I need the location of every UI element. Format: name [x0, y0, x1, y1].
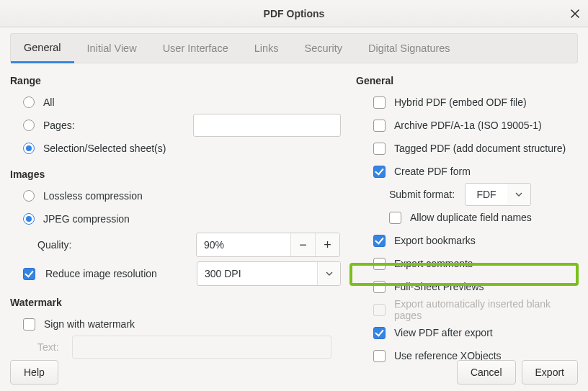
check-fullsheet[interactable] [373, 281, 386, 293]
radio-selection[interactable] [23, 143, 35, 154]
archive-row[interactable]: Archive PDF/A-1a (ISO 19005-1) [356, 114, 578, 137]
range-all-row[interactable]: All [10, 91, 349, 114]
radio-pages[interactable] [23, 120, 35, 131]
check-sign-watermark[interactable] [23, 318, 35, 331]
range-pages-row[interactable]: Pages: [10, 114, 349, 137]
sign-watermark-label: Sign with watermark [44, 318, 135, 330]
range-selection-row[interactable]: Selection/Selected sheet(s) [10, 137, 349, 160]
submit-row: Submit format: FDF [356, 183, 578, 206]
submit-format-combo[interactable]: FDF [465, 183, 531, 206]
cancel-button[interactable]: Cancel [457, 360, 516, 385]
tab-general[interactable]: General [11, 34, 74, 63]
left-column: Range All Pages: Selection/Selected shee… [10, 69, 349, 367]
allow-dup-label: Allow duplicate field names [410, 212, 532, 223]
create-form-label: Create PDF form [394, 166, 471, 177]
bookmarks-label: Export bookmarks [394, 235, 476, 246]
minus-icon[interactable]: − [290, 233, 315, 256]
quality-label: Quality: [37, 239, 189, 251]
plus-icon[interactable]: + [315, 233, 339, 256]
watermark-heading: Watermark [10, 297, 349, 308]
range-all-label: All [43, 96, 55, 108]
hybrid-label: Hybrid PDF (embed ODF file) [394, 96, 527, 108]
jpeg-label: JPEG compression [43, 213, 130, 225]
tagged-label: Tagged PDF (add document structure) [394, 143, 566, 154]
tab-security[interactable]: Security [292, 34, 355, 63]
reduce-row: Reduce image resolution 300 DPI [10, 259, 349, 288]
export-button[interactable]: Export [522, 360, 578, 385]
chevron-down-icon[interactable] [507, 184, 530, 205]
check-hybrid[interactable] [373, 96, 386, 109]
viewafter-row[interactable]: View PDF after export [356, 321, 578, 344]
dpi-value: 300 DPI [197, 262, 317, 285]
create-form-row[interactable]: Create PDF form [356, 160, 578, 183]
window-title: PDF Options [264, 8, 325, 19]
dpi-combo[interactable]: 300 DPI [197, 261, 341, 286]
comments-label: Export comments [394, 258, 473, 269]
right-column: General Hybrid PDF (embed ODF file) Arch… [356, 69, 578, 367]
check-allow-dup[interactable] [389, 212, 401, 224]
blankpages-label: Export automatically inserted blank page… [394, 298, 578, 321]
watermark-text-label: Text: [37, 341, 66, 353]
viewafter-label: View PDF after export [394, 327, 493, 338]
check-comments[interactable] [373, 258, 386, 270]
blankpages-row: Export automatically inserted blank page… [356, 298, 578, 321]
check-bookmarks[interactable] [373, 235, 386, 247]
bookmarks-row[interactable]: Export bookmarks [356, 229, 578, 252]
radio-lossless[interactable] [23, 190, 35, 202]
tab-digital-signatures[interactable]: Digital Signatures [355, 34, 463, 63]
images-heading: Images [10, 168, 349, 180]
fullsheet-label: Full-Sheet Previews [394, 281, 484, 292]
tab-user-interface[interactable]: User Interface [150, 34, 241, 63]
allow-dup-row[interactable]: Allow duplicate field names [356, 206, 578, 229]
close-icon[interactable] [569, 8, 581, 19]
tab-initial-view[interactable]: Initial View [74, 34, 150, 63]
quality-value[interactable]: 90% [197, 233, 290, 256]
reduce-label: Reduce image resolution [45, 268, 190, 279]
range-pages-label: Pages: [43, 120, 187, 131]
general-heading: General [356, 75, 578, 86]
lossless-row[interactable]: Lossless compression [10, 184, 349, 207]
check-blankpages [373, 304, 386, 316]
quality-row: Quality: 90% − + [10, 230, 349, 259]
chevron-down-icon[interactable] [317, 262, 340, 285]
range-heading: Range [10, 75, 349, 86]
pages-input[interactable] [193, 114, 341, 137]
fullsheet-row[interactable]: Full-Sheet Previews [356, 275, 578, 298]
check-reduce[interactable] [23, 268, 35, 280]
archive-label: Archive PDF/A-1a (ISO 19005-1) [394, 120, 542, 131]
bottom-bar: Help Cancel Export [0, 354, 588, 391]
lossless-label: Lossless compression [43, 190, 143, 202]
range-selection-label: Selection/Selected sheet(s) [43, 143, 166, 154]
quality-stepper[interactable]: 90% − + [196, 233, 340, 257]
check-viewafter[interactable] [373, 327, 386, 339]
content: Range All Pages: Selection/Selected shee… [0, 63, 588, 367]
tagged-row[interactable]: Tagged PDF (add document structure) [356, 137, 578, 160]
radio-jpeg[interactable] [23, 213, 35, 225]
check-create-form[interactable] [373, 166, 386, 178]
hybrid-row[interactable]: Hybrid PDF (embed ODF file) [356, 91, 578, 114]
jpeg-row[interactable]: JPEG compression [10, 207, 349, 230]
tab-links[interactable]: Links [241, 34, 292, 63]
comments-row[interactable]: Export comments [356, 252, 578, 275]
check-tagged[interactable] [373, 143, 386, 155]
submit-label: Submit format: [389, 189, 455, 200]
sign-watermark-row[interactable]: Sign with watermark [10, 313, 349, 336]
radio-all[interactable] [23, 96, 35, 108]
help-button[interactable]: Help [10, 360, 58, 385]
titlebar: PDF Options [0, 0, 588, 27]
check-archive[interactable] [373, 120, 386, 132]
tab-bar: General Initial View User Interface Link… [10, 33, 578, 63]
submit-format-value: FDF [466, 184, 507, 205]
